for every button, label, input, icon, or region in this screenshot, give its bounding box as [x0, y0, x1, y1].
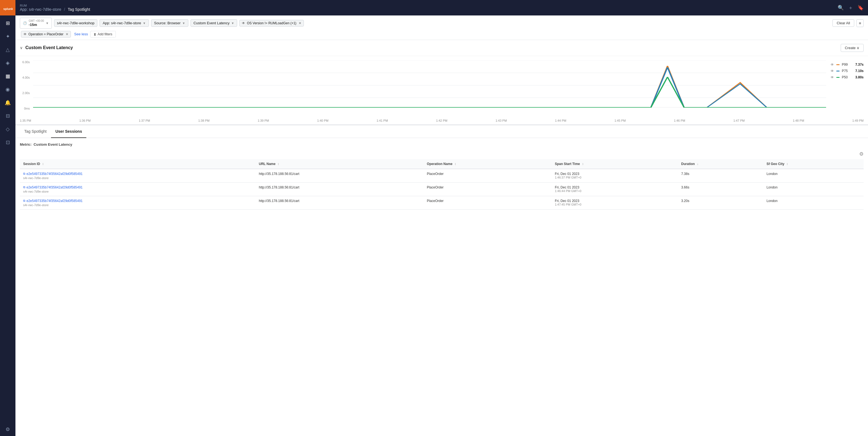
chart-title: Custom Event Latency — [25, 45, 73, 50]
sidebar-item-explore[interactable]: ✦ — [2, 31, 13, 42]
menu-button[interactable]: ≡ — [857, 19, 864, 27]
workspace-filter[interactable]: s4r-rwc-7d9e-workshop — [54, 19, 98, 27]
search-icon[interactable]: 🔍 — [838, 5, 844, 11]
time-chevron-icon: ▼ — [46, 22, 49, 25]
source-chevron-icon: ▼ — [182, 22, 185, 25]
collapse-icon[interactable]: ∨ — [20, 46, 23, 50]
session-link-0[interactable]: ⧉ e2e5497335b74f35642af29d0f585491 — [23, 172, 252, 176]
breadcrumb-separator: / — [64, 7, 65, 11]
col-span-start-time[interactable]: Span Start Time ↕ — [552, 159, 678, 169]
source-label: Source: Browser — [154, 21, 181, 25]
x-label-2: 1:37 PM — [139, 119, 150, 122]
x-label-1: 1:36 PM — [80, 119, 91, 122]
eye-icon[interactable]: 👁 — [242, 21, 245, 25]
session-sub-1: s4r-rwc-7d9e-store — [23, 190, 252, 193]
operation-label: Operation = PlaceOrder — [28, 32, 63, 36]
cell-session-id-2: ⧉ e2e5497335b74f35642af29d0f585491 s4r-r… — [20, 196, 256, 209]
sidebar-item-tags[interactable]: ◇ — [2, 124, 13, 135]
col-session-id[interactable]: Session ID ↕ — [20, 159, 256, 169]
table-body: ⧉ e2e5497335b74f35642af29d0f585491 s4r-r… — [20, 169, 864, 210]
metric-chevron-icon: ▼ — [231, 22, 235, 25]
sidebar-item-synthetics[interactable]: ◉ — [2, 84, 13, 95]
link-icon-2: ⧉ — [23, 199, 25, 203]
breadcrumb-app[interactable]: App: s4r-rwc-7d9e-store — [20, 7, 61, 11]
legend-eye-p50[interactable]: 👁 — [831, 75, 834, 80]
p75-color-dot — [836, 70, 840, 71]
app-filter[interactable]: App: s4r-rwc-7d9e-store ▼ — [99, 19, 149, 27]
time-filter[interactable]: 🕐 GMT +00:00 -15m ▼ — [20, 18, 52, 29]
legend-eye-p99[interactable]: 👁 — [831, 63, 834, 67]
chart-svg — [33, 60, 826, 110]
cell-url-2: http://35.178.188.56:81/cart — [256, 196, 424, 209]
os-version-close-icon[interactable]: ✕ — [299, 21, 301, 25]
breadcrumb-current: Tag Spotlight — [68, 7, 90, 11]
session-sub-0: s4r-rwc-7d9e-store — [23, 176, 252, 180]
col-duration[interactable]: Duration ↓ — [678, 159, 763, 169]
p75-value: 7.10s — [854, 69, 864, 73]
col-operation-name[interactable]: Operation Name ↕ — [424, 159, 552, 169]
sidebar-item-settings[interactable]: ⚙ — [2, 424, 13, 435]
x-label-10: 1:45 PM — [614, 119, 626, 122]
app-label: App: s4r-rwc-7d9e-store — [102, 21, 141, 25]
cell-duration-0: 7.38s — [678, 169, 763, 183]
table-row: ⧉ e2e5497335b74f35642af29d0f585491 s4r-r… — [20, 196, 864, 209]
col-sf-geo-city[interactable]: Sf Geo City ↕ — [763, 159, 864, 169]
session-link-2[interactable]: ⧉ e2e5497335b74f35642af29d0f585491 — [23, 199, 252, 203]
create-chevron-icon: ∨ — [857, 46, 860, 50]
x-label-8: 1:43 PM — [495, 119, 507, 122]
chart-x-axis: 1:35 PM 1:36 PM 1:37 PM 1:38 PM 1:39 PM … — [16, 118, 868, 124]
sort-url-name-icon: ↕ — [278, 162, 279, 166]
sidebar-item-alerts[interactable]: 🔔 — [2, 97, 13, 108]
sidebar-item-dashboards[interactable]: ⊟ — [2, 110, 13, 121]
cell-duration-1: 3.66s — [678, 182, 763, 196]
clear-all-button[interactable]: Clear All — [832, 19, 854, 27]
tabs-nav: Tag Spotlight User Sessions — [16, 125, 868, 138]
sidebar-item-apm[interactable]: ◈ — [2, 57, 13, 68]
p50-value: 3.80s — [854, 75, 864, 79]
cell-session-id-1: ⧉ e2e5497335b74f35642af29d0f585491 s4r-r… — [20, 182, 256, 196]
clock-icon: 🕐 — [23, 21, 27, 25]
chart-header: ∨ Custom Event Latency Create ∨ — [16, 40, 868, 56]
operation-close-icon[interactable]: ✕ — [66, 32, 68, 36]
filter-row-2: 👁 Operation = PlaceOrder ✕ See less ⧗ Ad… — [20, 31, 864, 37]
bookmark-icon[interactable]: 🔖 — [858, 5, 864, 11]
cell-url-1: http://35.178.188.56:81/cart — [256, 182, 424, 196]
cell-op-2: PlaceOrder — [424, 196, 552, 209]
see-less-link[interactable]: See less — [74, 32, 88, 36]
session-link-1[interactable]: ⧉ e2e5497335b74f35642af29d0f585491 — [23, 185, 252, 189]
create-button[interactable]: Create ∨ — [841, 44, 864, 52]
metric-filter[interactable]: Custom Event Latency ▼ — [190, 19, 238, 27]
operation-filter-chip: 👁 Operation = PlaceOrder ✕ — [21, 31, 71, 37]
table-row: ⧉ e2e5497335b74f35642af29d0f585491 s4r-r… — [20, 169, 864, 183]
sort-operation-name-icon: ↕ — [455, 162, 456, 166]
legend-eye-p75[interactable]: 👁 — [831, 69, 834, 73]
x-label-12: 1:47 PM — [734, 119, 745, 122]
add-filters-button[interactable]: ⧗ Add filters — [90, 31, 116, 37]
link-icon-0: ⧉ — [23, 172, 25, 175]
source-filter[interactable]: Source: Browser ▼ — [151, 19, 188, 27]
x-label-3: 1:38 PM — [198, 119, 210, 122]
p99-color-dot — [836, 64, 840, 65]
y-label-2: 2.00s — [22, 91, 30, 95]
filter-row-1: 🕐 GMT +00:00 -15m ▼ s4r-rwc-7d9e-worksho… — [20, 18, 864, 29]
tab-tag-spotlight[interactable]: Tag Spotlight — [20, 125, 51, 138]
app-chevron-icon: ▼ — [143, 22, 146, 25]
x-label-11: 1:46 PM — [674, 119, 685, 122]
svg-text:splunk>: splunk> — [3, 7, 13, 10]
gear-button[interactable]: ⚙ — [859, 151, 864, 157]
session-sub-2: s4r-rwc-7d9e-store — [23, 203, 252, 207]
p99-label: P99 — [842, 63, 851, 66]
sidebar-item-infrastructure[interactable]: △ — [2, 44, 13, 55]
splunk-logo[interactable]: splunk> — [0, 0, 16, 16]
eye-icon-2[interactable]: 👁 — [24, 32, 27, 36]
sidebar-item-sessions[interactable]: ⊡ — [2, 137, 13, 148]
tab-user-sessions[interactable]: User Sessions — [51, 125, 87, 138]
p50-label: P50 — [842, 75, 851, 79]
x-label-6: 1:41 PM — [377, 119, 388, 122]
col-url-name[interactable]: URL Name ↕ — [256, 159, 424, 169]
sidebar-item-home[interactable]: ⊞ — [2, 18, 13, 29]
p75-label: P75 — [842, 69, 851, 73]
sort-duration-icon: ↓ — [697, 162, 699, 166]
plus-icon[interactable]: ＋ — [848, 4, 853, 11]
sidebar-item-rum[interactable]: ▦ — [2, 70, 13, 82]
